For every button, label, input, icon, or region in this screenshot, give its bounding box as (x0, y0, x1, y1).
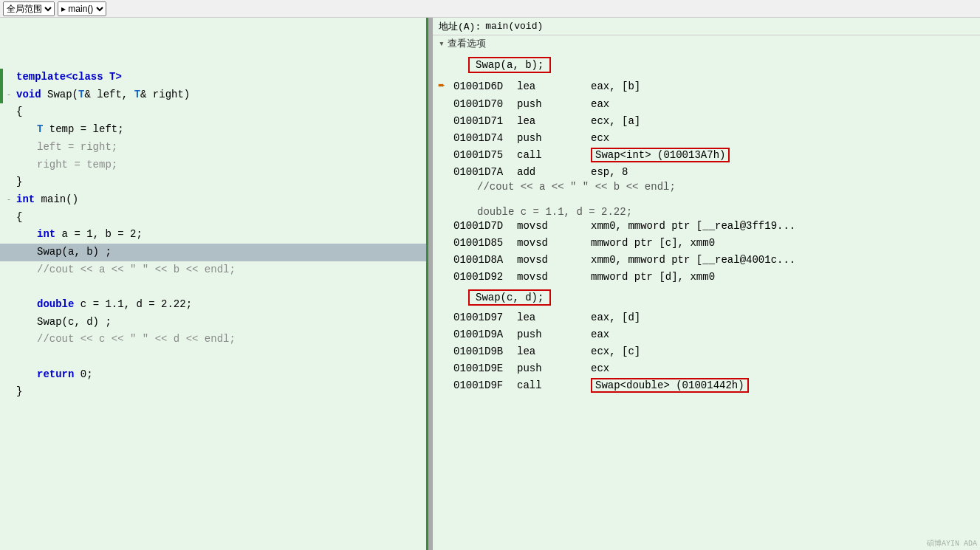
scope-select[interactable]: 全局范围 (3, 1, 55, 16)
disasm-ops: ecx, [a] (591, 114, 980, 129)
disasm-area: Swap(a, b);➨01001D6Dleaeax, [b]01001D70p… (433, 52, 980, 396)
token: left = right; (37, 141, 117, 153)
code-line: Swap(a, b) ; (0, 244, 426, 261)
disasm-addr: 01001D9B (450, 344, 517, 360)
collapse-btn (3, 366, 15, 384)
token: c = 1.1, d = 2.22; (74, 298, 192, 310)
disasm-ops: eax, [b] (591, 79, 980, 94)
code-area: template<class T>-void Swap(T& left, T& … (0, 18, 426, 404)
disasm-mnem: lea (517, 344, 591, 360)
boxed-call: Swap<double> (01001442h) (591, 378, 749, 393)
collapse-btn (3, 296, 15, 314)
token: " << b << endl; (143, 264, 236, 275)
collapse-btn (3, 278, 15, 296)
code-line: } (0, 173, 426, 191)
right-panel: 地址(A): main(void) ▾ 查看选项 Swap(a, b);➨010… (433, 18, 980, 550)
disasm-mnem: movsd (517, 236, 591, 251)
collapse-btn (3, 314, 15, 331)
disasm-mnem: push (517, 327, 591, 343)
token (136, 264, 142, 275)
token: 0; (74, 368, 92, 380)
collapse-btn[interactable]: - (3, 191, 15, 209)
disasm-ops: mmword ptr [c], xmm0 (591, 236, 980, 251)
token: a = 1, b = 2; (55, 228, 143, 240)
token: //cout << c << " (37, 333, 136, 345)
disasm-line: 01001D8Amovsdxmm0, mmword ptr [__real@40… (433, 252, 980, 269)
token: " << d << endl; (143, 333, 236, 345)
disasm-mnem: lea (517, 310, 591, 326)
view-options-label: 查看选项 (448, 37, 486, 50)
disasm-addr: 01001D74 (450, 131, 517, 146)
code-content: T temp = left; (15, 121, 426, 139)
token: & left, (84, 89, 134, 100)
disasm-line: 01001D74pushecx (433, 130, 980, 147)
disasm-addr: 01001D71 (450, 114, 517, 129)
disasm-addr: 01001D92 (450, 269, 517, 285)
code-content: Swap(c, d) ; (15, 314, 426, 331)
disasm-line: 01001D92movsdmmword ptr [d], xmm0 (433, 269, 980, 286)
collapse-btn (3, 103, 15, 121)
indent-source-line: //cout << a << " " << b << endl; (477, 181, 980, 193)
code-line: -void Swap(T& left, T& right) (0, 86, 426, 104)
code-content: { (15, 209, 426, 227)
code-line: T temp = left; (0, 121, 426, 139)
code-content: } (15, 383, 426, 401)
function-select[interactable]: ▸ main() (58, 1, 106, 16)
disasm-addr: 01001D75 (450, 148, 517, 163)
disasm-ops: eax (591, 327, 980, 343)
code-line: Swap(c, d) ; (0, 314, 426, 331)
token: //cout << a << " (37, 264, 136, 275)
collapse-btn (3, 261, 15, 279)
code-line (0, 348, 426, 366)
disasm-line: 01001D70pusheax (433, 96, 980, 113)
collapse-btn (3, 209, 15, 227)
disasm-ops: ecx (591, 361, 980, 377)
disasm-mnem: push (517, 131, 591, 146)
disasm-ops: ecx, [c] (591, 344, 980, 360)
disasm-mnem: call (517, 378, 591, 393)
code-line: } (0, 383, 426, 401)
source-line-box: Swap(c, d); (468, 289, 551, 306)
addr-value: main(void) (485, 21, 543, 32)
disasm-line: 01001D85movsdmmword ptr [c], xmm0 (433, 235, 980, 252)
code-line: return 0; (0, 366, 426, 384)
collapse-btn (3, 121, 15, 139)
disasm-line: 01001D97leaeax, [d] (433, 309, 980, 326)
collapse-btn (3, 157, 15, 174)
collapse-btn (3, 173, 15, 191)
disasm-addr: 01001D6D (450, 79, 517, 94)
disasm-addr: 01001D7D (450, 219, 517, 234)
token (136, 333, 142, 345)
code-content (15, 348, 426, 366)
token: { (16, 106, 22, 117)
code-line: //cout << a << " " << b << endl; (0, 261, 426, 279)
token: int (37, 228, 55, 240)
code-content: } (15, 173, 426, 191)
disasm-line: 01001D9Bleaecx, [c] (433, 343, 980, 360)
disasm-ops: mmword ptr [d], xmm0 (591, 269, 980, 285)
disasm-ops: esp, 8 (591, 165, 980, 180)
left-panel: template<class T>-void Swap(T& left, T& … (0, 18, 428, 550)
disasm-addr: 01001D70 (450, 97, 517, 112)
token: return (37, 368, 74, 380)
disasm-line: 01001D9FcallSwap<double> (01001442h) (433, 377, 980, 394)
code-line: left = right; (0, 139, 426, 157)
disasm-addr: 01001D85 (450, 236, 517, 251)
code-content: { (15, 103, 426, 121)
code-content: int main() (15, 191, 426, 209)
disasm-mnem: push (517, 97, 591, 112)
disasm-ops: Swap<double> (01001442h) (591, 378, 980, 393)
code-line: int a = 1, b = 2; (0, 226, 426, 244)
current-arrow: ➨ (433, 78, 450, 95)
collapse-btn (3, 226, 15, 244)
top-bar: 全局范围 ▸ main() (0, 0, 980, 18)
collapse-btn[interactable]: - (3, 86, 15, 104)
view-options-row[interactable]: ▾ 查看选项 (433, 35, 980, 52)
disasm-mnem: push (517, 361, 591, 377)
disasm-addr: 01001D9E (450, 361, 517, 377)
disasm-addr: 01001D97 (450, 310, 517, 326)
disasm-mnem: call (517, 148, 591, 163)
addr-bar: 地址(A): main(void) (433, 18, 980, 35)
disasm-mnem: add (517, 165, 591, 180)
code-content: int a = 1, b = 2; (15, 226, 426, 244)
